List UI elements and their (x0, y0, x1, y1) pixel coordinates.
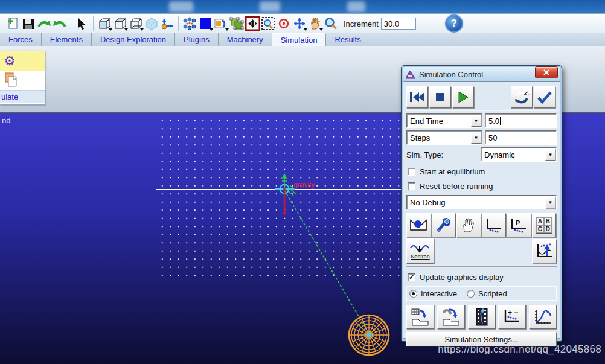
verify-button[interactable] (534, 86, 555, 108)
main-toolbar: Increment 30.0 ? (0, 13, 605, 33)
background-window-shape (260, 1, 280, 12)
text-caret (500, 117, 501, 125)
increment-input[interactable]: 30.0 (381, 18, 416, 30)
view-cube-iso-button[interactable] (112, 16, 128, 31)
origin-marker (275, 173, 296, 216)
gravity-label: gravity (293, 180, 315, 189)
tab-results[interactable]: Results (326, 33, 370, 46)
save-button[interactable] (21, 16, 36, 31)
ribbon-tab-bar: Forces Elements Design Exploration Plugi… (0, 33, 605, 46)
simulate-gear-item[interactable]: ⚙ (0, 51, 45, 71)
background-window-shape (169, 1, 193, 12)
steps-selector-value: Steps (407, 133, 471, 142)
dropdown-arrow-icon[interactable]: ▼ (471, 115, 481, 127)
simulation-settings-button[interactable]: Simulation Settings... (406, 332, 557, 346)
abcd-table-button[interactable]: AB CD (532, 213, 557, 237)
tool-button-row-1: P AB CD (406, 213, 557, 237)
tool-button-row-2: Nastran (406, 238, 557, 267)
sim-type-value: Dynamic (481, 150, 545, 159)
tab-elements[interactable]: Elements (42, 33, 92, 46)
simulate-panel: ⚙ ulate (0, 51, 45, 105)
plot-damping-button[interactable] (532, 239, 557, 263)
reset-before-running-label: Reset before running (420, 182, 493, 191)
redo-icon[interactable] (36, 16, 52, 31)
animation-button[interactable] (406, 213, 431, 237)
stop-button[interactable] (429, 86, 451, 108)
adams-logo-icon (405, 70, 415, 79)
reset-before-running-checkbox[interactable] (408, 182, 415, 190)
pendulum-link-line (284, 190, 369, 334)
end-time-input[interactable]: 5.0 (485, 113, 557, 128)
pan-hand-button[interactable] (307, 16, 323, 31)
view-cube-shaded-button[interactable] (97, 16, 112, 31)
dialog-body: End Time ▼ 5.0 Steps ▼ 50 Sim. Type (403, 81, 560, 339)
dialog-titlebar[interactable]: Simulation Control (403, 67, 560, 81)
dropdown-arrow-icon[interactable]: ▼ (545, 196, 555, 208)
record-movie-button[interactable] (468, 305, 496, 329)
render-mode-button[interactable] (213, 16, 229, 31)
equilibrium-row: Start at equilibrium (408, 166, 557, 177)
tab-simulation[interactable]: Simulation (272, 33, 327, 46)
tab-plugins[interactable]: Plugins (175, 33, 219, 46)
start-at-equilibrium-checkbox[interactable] (408, 168, 415, 176)
solid-fill-button[interactable] (197, 16, 213, 31)
end-time-row: End Time ▼ 5.0 (406, 113, 557, 128)
start-at-equilibrium-label: Start at equilibrium (420, 167, 485, 176)
reset-button[interactable] (511, 86, 533, 108)
pendulum-ball[interactable] (349, 315, 389, 355)
plot-curve-button[interactable] (529, 305, 557, 329)
dropdown-arrow-icon[interactable]: ▼ (471, 132, 481, 144)
simulation-control-dialog: Simulation Control (401, 65, 562, 342)
update-graphics-row: ✓ Update graphics display (408, 272, 557, 283)
play-button[interactable] (452, 86, 474, 108)
plot-dots-button[interactable] (482, 213, 507, 237)
zoom-magnifier-button[interactable] (323, 16, 339, 31)
new-file-button[interactable] (5, 16, 21, 31)
undo-icon[interactable] (52, 16, 68, 31)
tool-button-row-3: + − (406, 305, 557, 329)
vertices-button[interactable] (182, 16, 197, 31)
center-target-button[interactable] (276, 16, 292, 31)
zoom-box-button[interactable] (260, 16, 276, 31)
dialog-title: Simulation Control (419, 70, 535, 79)
plot-plusminus-button[interactable]: + − (498, 305, 526, 329)
solid-cube-button[interactable] (144, 16, 159, 31)
svg-text:P: P (516, 219, 520, 226)
load-animation-button[interactable] (437, 305, 465, 329)
scripted-radio[interactable] (467, 290, 475, 298)
background-window-shape (347, 1, 365, 12)
view-cube-wireframe-button[interactable] (128, 16, 144, 31)
rewind-button[interactable] (406, 86, 428, 108)
steps-value: 50 (488, 133, 497, 142)
toolbar-separator (178, 16, 179, 31)
interactive-radio[interactable] (409, 290, 417, 298)
help-button[interactable]: ? (445, 14, 463, 33)
end-time-value: 5.0 (488, 117, 499, 126)
increment-label: Increment (344, 19, 379, 28)
end-time-selector[interactable]: End Time ▼ (406, 113, 482, 128)
select-arrow-button[interactable] (74, 16, 90, 31)
tab-forces[interactable]: Forces (0, 33, 42, 46)
desktop-background (0, 0, 605, 13)
tab-machinery[interactable]: Machinery (219, 33, 272, 46)
rotate-view-button[interactable] (292, 16, 307, 31)
sim-type-selector[interactable]: Dynamic ▼ (481, 147, 557, 162)
nastran-button[interactable]: Nastran (406, 238, 434, 264)
debug-selector[interactable]: No Debug ▼ (406, 195, 557, 209)
check-icon (537, 91, 552, 104)
tab-design-exploration[interactable]: Design Exploration (92, 33, 175, 46)
close-button[interactable] (535, 66, 558, 78)
fit-view-button[interactable] (245, 16, 260, 31)
steps-input[interactable]: 50 (485, 130, 557, 145)
plot-p-button[interactable]: P (507, 213, 531, 237)
dropdown-arrow-icon[interactable]: ▼ (545, 148, 555, 161)
update-graphics-checkbox[interactable]: ✓ (408, 273, 415, 281)
origin-axes-button[interactable] (159, 16, 175, 31)
script-item[interactable] (0, 71, 45, 90)
gear-icon: ⚙ (4, 54, 16, 68)
interactive-hand-button[interactable] (456, 213, 481, 237)
save-animation-button[interactable] (406, 305, 434, 329)
solver-settings-wrench-button[interactable] (432, 213, 456, 237)
select-group-button[interactable] (229, 16, 245, 31)
steps-selector[interactable]: Steps ▼ (406, 130, 482, 145)
